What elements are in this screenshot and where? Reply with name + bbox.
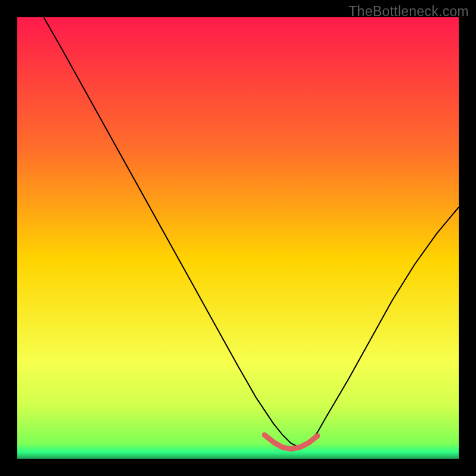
chart-stage: TheBottleneck.com — [0, 0, 476, 476]
plot-area — [17, 17, 459, 459]
watermark-text: TheBottleneck.com — [349, 4, 469, 20]
bottleneck-curve — [44, 17, 459, 448]
floor-highlight — [265, 435, 318, 449]
curve-overlay — [17, 17, 459, 459]
